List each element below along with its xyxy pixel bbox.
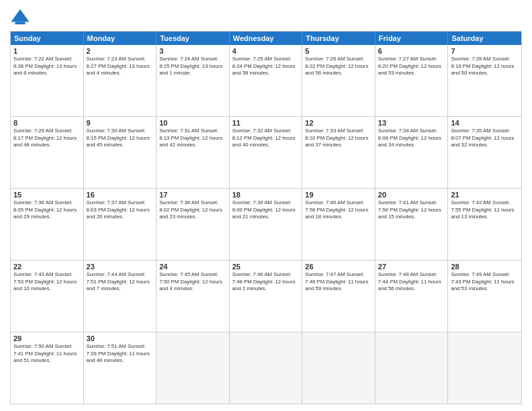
day-number: 7 [451, 47, 519, 55]
calendar-cell-r1c0: 8Sunrise: 7:29 AM Sunset: 8:17 PM Daylig… [11, 117, 84, 188]
day-info: Sunrise: 7:30 AM Sunset: 8:15 PM Dayligh… [87, 128, 154, 149]
day-number: 22 [13, 263, 81, 271]
day-info: Sunrise: 7:45 AM Sunset: 7:50 PM Dayligh… [159, 271, 226, 293]
day-number: 16 [87, 191, 154, 199]
calendar-row-4: 29Sunrise: 7:50 AM Sunset: 7:41 PM Dayli… [11, 332, 521, 404]
weekday-header-thursday: Thursday [302, 32, 375, 45]
weekday-header-monday: Monday [84, 32, 157, 45]
calendar-cell-r3c0: 22Sunrise: 7:43 AM Sunset: 7:53 PM Dayli… [11, 261, 84, 332]
day-number: 12 [305, 119, 372, 127]
day-number: 30 [87, 334, 154, 342]
calendar-cell-r4c2 [157, 332, 230, 404]
day-info: Sunrise: 7:42 AM Sunset: 7:55 PM Dayligh… [451, 199, 519, 221]
logo-icon [10, 7, 30, 27]
day-info: Sunrise: 7:23 AM Sunset: 8:27 PM Dayligh… [87, 56, 154, 77]
calendar-cell-r0c2: 3Sunrise: 7:24 AM Sunset: 8:25 PM Daylig… [157, 45, 230, 116]
calendar-cell-r3c6: 28Sunrise: 7:49 AM Sunset: 7:43 PM Dayli… [448, 261, 521, 332]
calendar-cell-r2c6: 21Sunrise: 7:42 AM Sunset: 7:55 PM Dayli… [448, 189, 521, 260]
page: SundayMondayTuesdayWednesdayThursdayFrid… [0, 0, 532, 411]
day-number: 11 [232, 119, 300, 127]
day-number: 6 [378, 47, 445, 55]
calendar-cell-r0c6: 7Sunrise: 7:28 AM Sunset: 8:19 PM Daylig… [448, 45, 521, 116]
day-info: Sunrise: 7:26 AM Sunset: 8:22 PM Dayligh… [305, 56, 372, 77]
calendar-cell-r4c4 [302, 332, 375, 404]
day-info: Sunrise: 7:22 AM Sunset: 8:28 PM Dayligh… [13, 56, 81, 77]
calendar-cell-r3c2: 24Sunrise: 7:45 AM Sunset: 7:50 PM Dayli… [157, 261, 230, 332]
calendar-cell-r0c1: 2Sunrise: 7:23 AM Sunset: 8:27 PM Daylig… [84, 45, 157, 116]
weekday-header-tuesday: Tuesday [157, 32, 230, 45]
calendar-cell-r0c5: 6Sunrise: 7:27 AM Sunset: 8:20 PM Daylig… [375, 45, 449, 116]
day-info: Sunrise: 7:31 AM Sunset: 8:13 PM Dayligh… [159, 128, 226, 149]
day-info: Sunrise: 7:41 AM Sunset: 7:56 PM Dayligh… [378, 199, 445, 221]
day-number: 4 [232, 47, 300, 55]
day-number: 27 [378, 263, 445, 271]
calendar-cell-r3c5: 27Sunrise: 7:48 AM Sunset: 7:44 PM Dayli… [375, 261, 449, 332]
calendar-row-1: 8Sunrise: 7:29 AM Sunset: 8:17 PM Daylig… [11, 116, 521, 188]
day-number: 9 [87, 119, 154, 127]
day-number: 28 [451, 263, 519, 271]
calendar-cell-r3c4: 26Sunrise: 7:47 AM Sunset: 7:46 PM Dayli… [302, 261, 375, 332]
day-number: 10 [159, 119, 226, 127]
day-number: 1 [13, 47, 81, 55]
calendar-cell-r2c1: 16Sunrise: 7:37 AM Sunset: 8:03 PM Dayli… [84, 189, 157, 260]
day-number: 2 [87, 47, 154, 55]
day-info: Sunrise: 7:49 AM Sunset: 7:43 PM Dayligh… [451, 271, 519, 293]
day-number: 26 [305, 263, 372, 271]
calendar-body: 1Sunrise: 7:22 AM Sunset: 8:28 PM Daylig… [11, 45, 521, 404]
weekday-header-saturday: Saturday [448, 32, 521, 45]
weekday-header-sunday: Sunday [11, 32, 84, 45]
calendar-cell-r2c3: 18Sunrise: 7:39 AM Sunset: 8:00 PM Dayli… [230, 189, 303, 260]
calendar-cell-r1c2: 10Sunrise: 7:31 AM Sunset: 8:13 PM Dayli… [157, 117, 230, 188]
day-info: Sunrise: 7:25 AM Sunset: 8:24 PM Dayligh… [232, 56, 300, 77]
calendar-row-0: 1Sunrise: 7:22 AM Sunset: 8:28 PM Daylig… [11, 45, 521, 116]
calendar-cell-r2c0: 15Sunrise: 7:36 AM Sunset: 8:05 PM Dayli… [11, 189, 84, 260]
day-number: 29 [13, 334, 81, 342]
day-info: Sunrise: 7:34 AM Sunset: 8:08 PM Dayligh… [378, 128, 445, 149]
header [10, 7, 522, 27]
day-number: 5 [305, 47, 372, 55]
calendar-cell-r1c6: 14Sunrise: 7:35 AM Sunset: 8:07 PM Dayli… [448, 117, 521, 188]
day-info: Sunrise: 7:40 AM Sunset: 7:58 PM Dayligh… [305, 199, 372, 221]
day-info: Sunrise: 7:28 AM Sunset: 8:19 PM Dayligh… [451, 56, 519, 77]
day-info: Sunrise: 7:44 AM Sunset: 7:51 PM Dayligh… [87, 271, 154, 293]
calendar-cell-r2c5: 20Sunrise: 7:41 AM Sunset: 7:56 PM Dayli… [375, 189, 449, 260]
day-info: Sunrise: 7:46 AM Sunset: 7:48 PM Dayligh… [232, 271, 300, 293]
day-info: Sunrise: 7:48 AM Sunset: 7:44 PM Dayligh… [378, 271, 445, 293]
calendar-cell-r1c3: 11Sunrise: 7:32 AM Sunset: 8:12 PM Dayli… [230, 117, 303, 188]
calendar-cell-r1c1: 9Sunrise: 7:30 AM Sunset: 8:15 PM Daylig… [84, 117, 157, 188]
weekday-header-friday: Friday [375, 32, 449, 45]
day-info: Sunrise: 7:47 AM Sunset: 7:46 PM Dayligh… [305, 271, 372, 293]
calendar-cell-r1c5: 13Sunrise: 7:34 AM Sunset: 8:08 PM Dayli… [375, 117, 449, 188]
svg-rect-1 [15, 22, 26, 25]
calendar-cell-r4c5 [375, 332, 449, 404]
day-number: 18 [232, 191, 300, 199]
day-info: Sunrise: 7:38 AM Sunset: 8:02 PM Dayligh… [159, 199, 226, 221]
day-number: 3 [159, 47, 226, 55]
day-info: Sunrise: 7:29 AM Sunset: 8:17 PM Dayligh… [13, 128, 81, 149]
day-info: Sunrise: 7:36 AM Sunset: 8:05 PM Dayligh… [13, 199, 81, 221]
day-number: 14 [451, 119, 519, 127]
day-number: 21 [451, 191, 519, 199]
day-number: 13 [378, 119, 445, 127]
calendar-cell-r4c6 [448, 332, 521, 404]
calendar: SundayMondayTuesdayWednesdayThursdayFrid… [10, 31, 522, 404]
day-info: Sunrise: 7:33 AM Sunset: 8:10 PM Dayligh… [305, 128, 372, 149]
calendar-cell-r3c1: 23Sunrise: 7:44 AM Sunset: 7:51 PM Dayli… [84, 261, 157, 332]
calendar-row-3: 22Sunrise: 7:43 AM Sunset: 7:53 PM Dayli… [11, 260, 521, 332]
day-number: 19 [305, 191, 372, 199]
day-number: 24 [159, 263, 226, 271]
day-info: Sunrise: 7:50 AM Sunset: 7:41 PM Dayligh… [13, 343, 81, 365]
calendar-cell-r4c3 [230, 332, 303, 404]
day-number: 25 [232, 263, 300, 271]
calendar-cell-r2c4: 19Sunrise: 7:40 AM Sunset: 7:58 PM Dayli… [302, 189, 375, 260]
calendar-cell-r0c3: 4Sunrise: 7:25 AM Sunset: 8:24 PM Daylig… [230, 45, 303, 116]
day-info: Sunrise: 7:24 AM Sunset: 8:25 PM Dayligh… [159, 56, 226, 77]
calendar-cell-r0c4: 5Sunrise: 7:26 AM Sunset: 8:22 PM Daylig… [302, 45, 375, 116]
weekday-header-wednesday: Wednesday [230, 32, 303, 45]
calendar-cell-r0c0: 1Sunrise: 7:22 AM Sunset: 8:28 PM Daylig… [11, 45, 84, 116]
day-number: 23 [87, 263, 154, 271]
calendar-row-2: 15Sunrise: 7:36 AM Sunset: 8:05 PM Dayli… [11, 188, 521, 260]
svg-marker-0 [11, 9, 30, 22]
day-info: Sunrise: 7:51 AM Sunset: 7:39 PM Dayligh… [87, 343, 154, 365]
day-number: 20 [378, 191, 445, 199]
